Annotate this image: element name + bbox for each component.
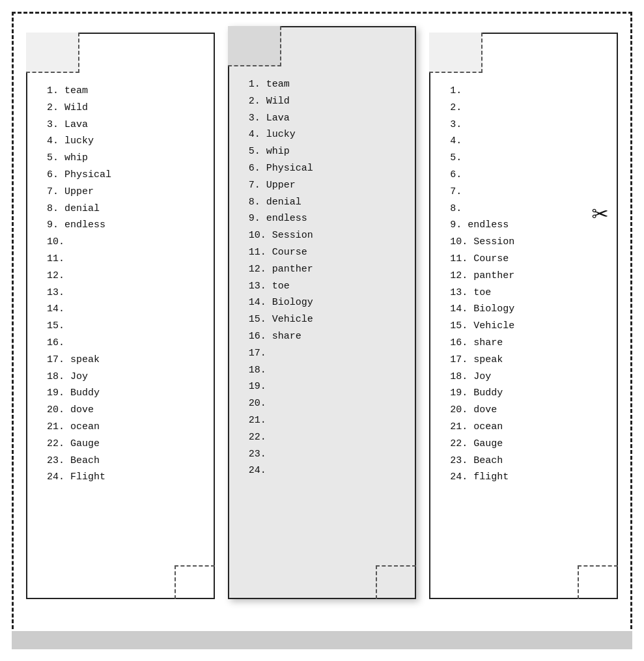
panel-middle-card: 1. team2. Wild3. Lava4. lucky5. whip6. P… [228, 26, 417, 599]
list-item: 7. [450, 184, 610, 201]
list-item: 5. whip [249, 143, 409, 160]
scissors-icon: ✂ [592, 202, 608, 229]
list-item: 22. Gauge [450, 436, 610, 453]
list-item: 5. [450, 150, 610, 167]
panel-right-card: 1.2.3.4.5.6.7.8.9. endless10. Session11.… [429, 33, 618, 599]
list-item: 2. Wild [47, 100, 207, 117]
panel-middle: 1. team2. Wild3. Lava4. lucky5. whip6. P… [221, 20, 423, 619]
list-item: 12. panther [450, 268, 610, 285]
list-item: 18. [249, 362, 409, 379]
list-item: 8. denial [249, 194, 409, 211]
list-item: 1. team [249, 76, 409, 93]
list-item: 17. speak [47, 352, 207, 369]
list-item: 18. Joy [47, 369, 207, 386]
list-item: 1. [450, 83, 610, 100]
list-item: 10. [47, 234, 207, 251]
list-item: 24. Flight [47, 469, 207, 486]
list-item: 10. Session [249, 227, 409, 244]
middle-word-list: 1. team2. Wild3. Lava4. lucky5. whip6. P… [249, 76, 409, 479]
list-item: 2. Wild [249, 93, 409, 110]
list-item: 19. Buddy [47, 385, 207, 402]
list-item: 3. Lava [47, 117, 207, 134]
left-word-list: 1. team2. Wild3. Lava4. lucky5. whip6. P… [47, 83, 207, 486]
list-item: 22. [249, 429, 409, 446]
list-item: 11. Course [249, 244, 409, 261]
list-item: 14. Biology [249, 294, 409, 311]
list-item: 12. panther [249, 261, 409, 278]
list-item: 4. lucky [47, 133, 207, 150]
list-item: 16. share [450, 335, 610, 352]
list-item: 14. Biology [450, 301, 610, 318]
list-item: 7. Upper [249, 177, 409, 194]
list-item: 24. [249, 462, 409, 479]
panel-left: 1. team2. Wild3. Lava4. lucky5. whip6. P… [20, 20, 221, 619]
list-item: 20. dove [47, 402, 207, 419]
list-item: 13. toe [450, 285, 610, 302]
list-item: 17. speak [450, 352, 610, 369]
list-item: 6. Physical [249, 160, 409, 177]
list-item: 19. Buddy [450, 385, 610, 402]
panels-container: 1. team2. Wild3. Lava4. lucky5. whip6. P… [20, 20, 624, 638]
list-item: 19. [249, 378, 409, 395]
list-item: 9. endless [450, 217, 610, 234]
list-item: 3. Lava [249, 110, 409, 127]
list-item: 15. Vehicle [450, 318, 610, 335]
list-item: 2. [450, 100, 610, 117]
list-item: 8. denial [47, 201, 207, 218]
list-item: 23. Beach [450, 453, 610, 470]
list-item: 10. Session [450, 234, 610, 251]
list-item: 11. Course [450, 251, 610, 268]
list-item: 17. [249, 345, 409, 362]
list-item: 16. [47, 335, 207, 352]
list-item: 16. share [249, 328, 409, 345]
right-word-list: 1.2.3.4.5.6.7.8.9. endless10. Session11.… [450, 83, 610, 486]
list-item: 20. dove [450, 402, 610, 419]
panel-right: 1.2.3.4.5.6.7.8.9. endless10. Session11.… [423, 20, 624, 619]
list-item: 5. whip [47, 150, 207, 167]
list-item: 6. Physical [47, 167, 207, 184]
list-item: 14. [47, 301, 207, 318]
list-item: 24. flight [450, 469, 610, 486]
panel-left-card: 1. team2. Wild3. Lava4. lucky5. whip6. P… [26, 33, 215, 599]
list-item: 21. ocean [47, 419, 207, 436]
list-item: 11. [47, 251, 207, 268]
list-item: 15. [47, 318, 207, 335]
list-item: 23. [249, 446, 409, 463]
list-item: 4. lucky [249, 126, 409, 143]
list-item: 12. [47, 268, 207, 285]
list-item: 22. Gauge [47, 436, 207, 453]
list-item: 3. [450, 117, 610, 134]
list-item: 21. ocean [450, 419, 610, 436]
list-item: 15. Vehicle [249, 311, 409, 328]
list-item: 7. Upper [47, 184, 207, 201]
list-item: 13. toe [249, 278, 409, 295]
list-item: 6. [450, 167, 610, 184]
list-item: 1. team [47, 83, 207, 100]
list-item: 21. [249, 412, 409, 429]
list-item: 8. [450, 201, 610, 218]
list-item: 23. Beach [47, 453, 207, 470]
list-item: 18. Joy [450, 369, 610, 386]
list-item: 4. [450, 133, 610, 150]
list-item: 13. [47, 285, 207, 302]
list-item: 9. endless [47, 217, 207, 234]
list-item: 20. [249, 395, 409, 412]
list-item: 9. endless [249, 210, 409, 227]
